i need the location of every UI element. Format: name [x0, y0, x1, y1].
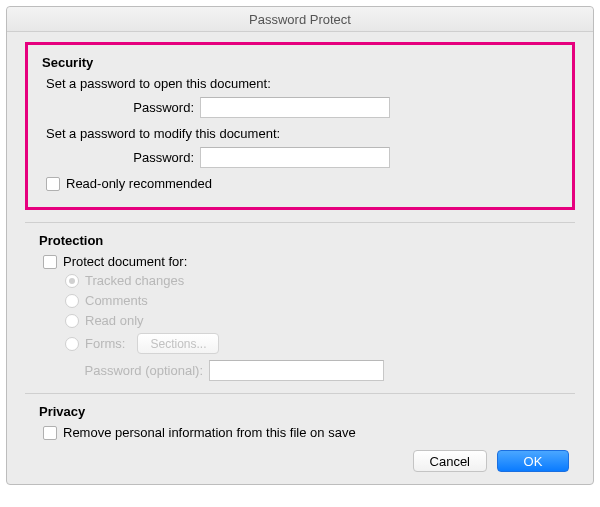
security-heading: Security [42, 55, 558, 70]
privacy-heading: Privacy [39, 404, 561, 419]
ok-button[interactable]: OK [497, 450, 569, 472]
open-password-label: Password: [42, 100, 200, 115]
privacy-section: Privacy Remove personal information from… [25, 404, 575, 440]
sections-button: Sections... [137, 333, 219, 354]
open-password-instruction: Set a password to open this document: [46, 76, 558, 91]
protect-document-label: Protect document for: [63, 254, 187, 269]
forms-label: Forms: [85, 336, 125, 351]
open-password-input[interactable] [200, 97, 390, 118]
cancel-button[interactable]: Cancel [413, 450, 487, 472]
modify-password-instruction: Set a password to modify this document: [46, 126, 558, 141]
password-optional-input [209, 360, 384, 381]
protect-document-checkbox[interactable] [43, 255, 57, 269]
tracked-changes-label: Tracked changes [85, 273, 184, 288]
protection-heading: Protection [39, 233, 561, 248]
remove-personal-checkbox[interactable] [43, 426, 57, 440]
readonly-label: Read-only recommended [66, 176, 212, 191]
tracked-changes-radio [65, 274, 79, 288]
comments-radio [65, 294, 79, 308]
protection-section: Protection Protect document for: Tracked… [25, 233, 575, 381]
divider [25, 222, 575, 223]
readonly-checkbox[interactable] [46, 177, 60, 191]
modify-password-label: Password: [42, 150, 200, 165]
forms-radio [65, 337, 79, 351]
remove-personal-label: Remove personal information from this fi… [63, 425, 356, 440]
comments-label: Comments [85, 293, 148, 308]
security-section: Security Set a password to open this doc… [25, 42, 575, 210]
password-protect-dialog: Password Protect Security Set a password… [6, 6, 594, 485]
modify-password-input[interactable] [200, 147, 390, 168]
read-only-label: Read only [85, 313, 144, 328]
divider [25, 393, 575, 394]
read-only-radio [65, 314, 79, 328]
dialog-title: Password Protect [7, 7, 593, 32]
password-optional-label: Password (optional): [39, 363, 209, 378]
